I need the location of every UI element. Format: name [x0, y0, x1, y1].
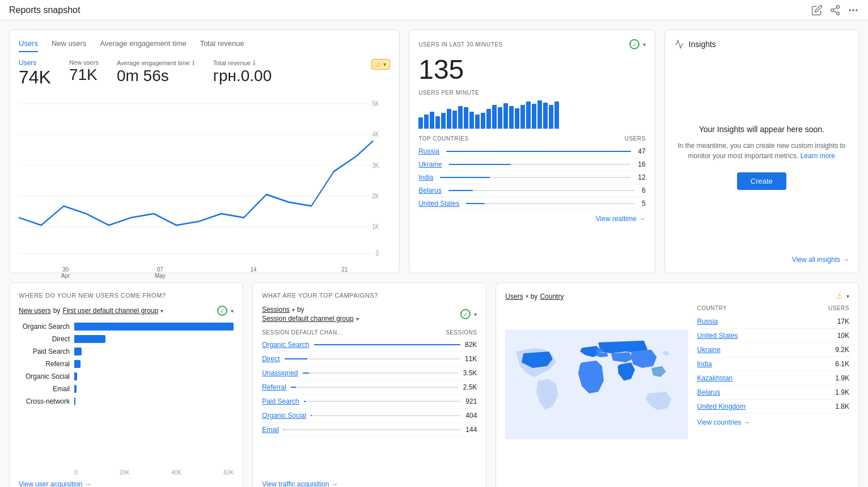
geo-metric-label: Users ▾ by Country [505, 293, 564, 300]
metric-users-label: Users [19, 59, 51, 67]
tab-revenue[interactable]: Total revenue [200, 39, 244, 52]
geo-india[interactable]: India [697, 360, 712, 368]
session-row-organic-search: Organic Search 82K [262, 338, 477, 352]
top-row: Users New users Average engagement time … [9, 29, 859, 273]
country-ukraine[interactable]: Ukraine [418, 160, 442, 168]
country-us[interactable]: United States [418, 200, 459, 207]
sessions-col-headers: SESSION DEFAULT CHAN... SESSIONS [262, 329, 477, 336]
svg-point-1 [831, 9, 834, 11]
tab-new-users[interactable]: New users [52, 39, 86, 52]
share-icon[interactable] [829, 5, 841, 16]
view-acquisition-link[interactable]: View user acquisition → [19, 476, 234, 487]
info-icon: ℹ [192, 59, 195, 67]
horizontal-bar-chart: Organic Search Direct Paid Search Referr… [19, 323, 234, 463]
hbar-axis: 0 20K 40K 60K [19, 469, 234, 476]
acq-metric[interactable]: New users [19, 307, 51, 315]
insights-body: Your Insights will appear here soon. In … [674, 58, 849, 256]
geo-row-india: India 6.1K [697, 357, 849, 371]
bottom-row: WHERE DO YOUR NEW USERS COME FROM? New u… [9, 282, 859, 487]
users-card: Users New users Average engagement time … [9, 29, 400, 273]
geo-col2: USERS [828, 305, 849, 311]
camp-channel[interactable]: Session default channel group [262, 315, 353, 323]
geo-us[interactable]: United States [697, 332, 738, 340]
arrow-right-icon-5: → [743, 418, 750, 426]
svg-line-4 [833, 7, 837, 9]
camp-control-dropdown[interactable]: ▾ [474, 311, 477, 317]
page-title: Reports snapshot [9, 5, 80, 15]
acq-channel[interactable]: First user default channel group [62, 307, 158, 315]
acq-metric-label: New users by First user default channel … [19, 307, 163, 315]
arrow-right-icon-3: → [85, 480, 92, 487]
geo-belarus[interactable]: Belarus [697, 388, 721, 396]
acquisition-header: New users by First user default channel … [19, 306, 234, 316]
view-traffic-link[interactable]: View traffic acquisition → [262, 476, 477, 487]
world-map-svg [505, 305, 688, 464]
geo-warning-icon: ⚠ [836, 292, 843, 300]
metric-new-users: New users 71K [69, 59, 99, 84]
metric-users: Users 74K [19, 59, 51, 88]
country-belarus[interactable]: Belarus [418, 187, 442, 194]
geo-kazakhstan[interactable]: Kazakhstan [697, 374, 733, 382]
hbar-direct: Direct [19, 335, 234, 343]
hbar-paid-search: Paid Search [19, 348, 234, 355]
country-row-belarus: Belarus 6 [418, 184, 645, 197]
realtime-dropdown[interactable]: ▾ [643, 41, 646, 48]
session-email[interactable]: Email [262, 426, 279, 434]
acq-dropdown[interactable]: ▾ [160, 308, 163, 314]
hbar-referral: Referral [19, 360, 234, 368]
view-realtime-link[interactable]: View realtime → [418, 215, 645, 223]
country-russia[interactable]: Russia [418, 147, 439, 155]
session-referral[interactable]: Referral [262, 383, 286, 391]
geo-russia[interactable]: Russia [697, 317, 718, 325]
svg-line-3 [833, 11, 837, 12]
warning-badge[interactable]: ⚠ ▾ [371, 59, 390, 70]
camp-channel-dropdown[interactable]: ▾ [356, 316, 359, 322]
svg-point-0 [837, 5, 840, 8]
geo-card: Users ▾ by Country ⚠ ▾ [496, 282, 859, 487]
hbar-cross-network: Cross-network [19, 397, 234, 405]
info-icon-2: ℹ [253, 59, 256, 67]
metric-new-users-value: 71K [69, 66, 99, 84]
country-row-ukraine: Ukraine 16 [418, 158, 645, 171]
metrics-row: Users 74K New users 71K Average engageme… [19, 59, 390, 88]
check-circle-icon: ✓ [629, 39, 640, 49]
create-insights-button[interactable]: Create [737, 172, 786, 190]
warning-icon: ⚠ [375, 61, 381, 68]
metric-revenue-label: Total revenue ℹ [213, 59, 272, 67]
session-unassigned[interactable]: Unassigned [262, 369, 298, 377]
learn-more-link[interactable]: Learn more [801, 152, 835, 160]
view-all-insights-link[interactable]: View all insights → [674, 256, 849, 264]
session-organic-social[interactable]: Organic Social [262, 412, 306, 420]
line-chart-svg: 5K 4K 3K 2K 1K 0 [19, 95, 390, 264]
metric-new-users-label: New users [69, 59, 99, 66]
insights-body-text: In the meantime, you can create new cust… [674, 141, 849, 161]
dropdown-arrow[interactable]: ▾ [383, 61, 386, 67]
geo-ukraine[interactable]: Ukraine [697, 346, 721, 354]
country-india[interactable]: India [418, 173, 433, 181]
camp-metric-dropdown[interactable]: ▾ [292, 307, 295, 313]
country-row-us: United States 5 [418, 197, 645, 210]
more-icon[interactable] [848, 5, 859, 16]
geo-control-dropdown[interactable]: ▾ [846, 293, 849, 299]
geo-row-us: United States 10K [697, 329, 849, 343]
main-content: Users New users Average engagement time … [0, 20, 868, 487]
edit-icon[interactable] [811, 5, 823, 16]
geo-uk[interactable]: United Kingdom [697, 403, 746, 410]
camp-metric[interactable]: Sessions [262, 306, 290, 314]
acq-control-dropdown[interactable]: ▾ [231, 308, 234, 314]
session-row-direct: Direct 11K [262, 352, 477, 366]
tab-engagement[interactable]: Average engagement time [100, 39, 186, 52]
session-paid-search[interactable]: Paid Search [262, 397, 299, 405]
geo-country-label[interactable]: Country [540, 293, 564, 300]
geo-metric[interactable]: Users [505, 293, 523, 300]
realtime-control: ✓ ▾ [629, 39, 646, 49]
session-organic-search[interactable]: Organic Search [262, 341, 309, 349]
session-direct[interactable]: Direct [262, 355, 280, 363]
campaigns-header: Sessions ▾ by Session default channel gr… [262, 306, 477, 323]
geo-metric-dropdown[interactable]: ▾ [526, 293, 528, 299]
tab-users[interactable]: Users [19, 39, 38, 52]
countries-header: TOP COUNTRIES USERS [418, 135, 645, 142]
camp-check-icon: ✓ [460, 309, 471, 319]
view-countries-link[interactable]: View countries → [697, 414, 849, 426]
svg-point-6 [852, 9, 854, 11]
